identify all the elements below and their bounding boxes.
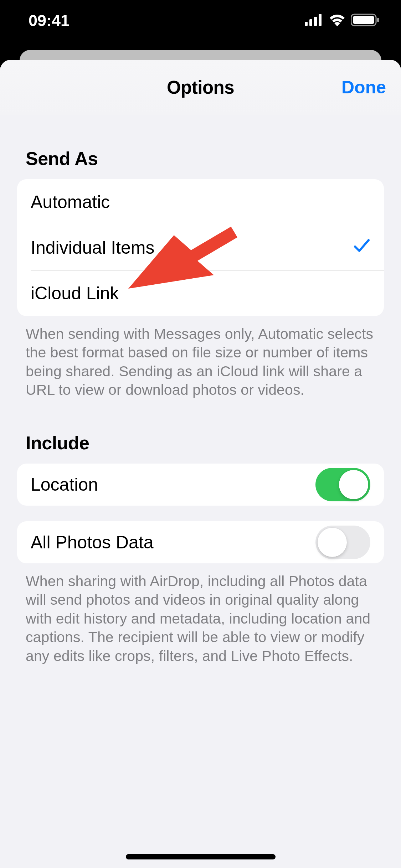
include-header: Include — [26, 432, 384, 454]
nav-bar: Options Done — [0, 60, 401, 115]
location-toggle[interactable] — [315, 468, 370, 501]
status-bar: 09:41 — [0, 0, 401, 48]
option-label: iCloud Link — [31, 283, 119, 304]
option-label: Automatic — [31, 192, 110, 212]
send-as-list: Automatic Individual Items iCloud Link — [17, 179, 384, 316]
cellular-icon — [305, 14, 323, 27]
battery-icon — [351, 14, 380, 28]
include-location-group: Location — [17, 464, 384, 506]
toggle-knob — [339, 470, 368, 499]
svg-rect-5 — [353, 16, 374, 24]
option-automatic[interactable]: Automatic — [17, 179, 384, 225]
toggle-knob — [318, 528, 347, 557]
send-as-header: Send As — [26, 148, 384, 169]
location-row: Location — [17, 464, 384, 506]
wifi-icon — [328, 14, 346, 28]
content: Send As Automatic Individual Items iClou… — [0, 148, 401, 665]
svg-rect-6 — [377, 18, 379, 22]
all-photos-data-row: All Photos Data — [17, 521, 384, 563]
include-all-photos-data-group: All Photos Data — [17, 521, 384, 563]
svg-rect-0 — [305, 22, 308, 26]
done-button[interactable]: Done — [341, 77, 386, 98]
location-label: Location — [31, 474, 98, 495]
status-time: 09:41 — [29, 11, 70, 30]
send-as-footer: When sending with Messages only, Automat… — [17, 316, 384, 399]
option-label: Individual Items — [31, 237, 154, 258]
option-icloud-link[interactable]: iCloud Link — [17, 270, 384, 316]
status-indicators — [305, 14, 380, 28]
all-photos-data-label: All Photos Data — [31, 532, 154, 553]
options-sheet: Options Done Send As Automatic Individua… — [0, 60, 401, 868]
home-indicator[interactable] — [126, 854, 276, 859]
checkmark-icon — [353, 237, 370, 258]
svg-rect-1 — [309, 19, 312, 26]
option-individual-items[interactable]: Individual Items — [17, 225, 384, 270]
page-title: Options — [167, 77, 234, 98]
all-photos-data-toggle[interactable] — [315, 526, 370, 559]
svg-rect-2 — [314, 17, 317, 26]
svg-rect-3 — [319, 14, 322, 26]
include-footer: When sharing with AirDrop, including all… — [17, 563, 384, 665]
